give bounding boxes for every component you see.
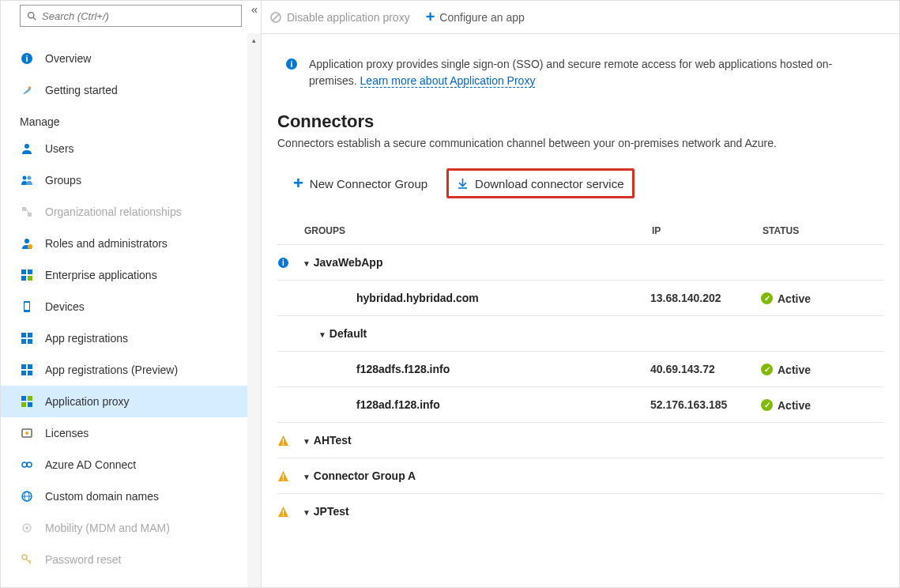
col-groups: GROUPS xyxy=(304,225,652,236)
group-name: JPTest xyxy=(314,505,349,518)
status-badge: ✓Active xyxy=(761,399,811,412)
license-icon xyxy=(20,426,34,440)
sidebar-item-password-reset[interactable]: Password reset xyxy=(1,544,261,575)
sidebar-item-application-proxy[interactable]: Application proxy xyxy=(1,386,261,417)
key-icon xyxy=(20,552,34,567)
host-row[interactable]: f128adfs.f128.info40.69.143.72✓Active xyxy=(277,351,883,386)
svg-text:i: i xyxy=(282,258,284,267)
svg-text:i: i xyxy=(25,54,28,63)
sidebar-item-getting-started[interactable]: Getting started xyxy=(1,74,261,106)
caret-down-icon[interactable]: ▼ xyxy=(303,473,311,481)
nav-label: Overview xyxy=(45,52,91,65)
apps-icon xyxy=(20,268,34,282)
status-cell: ✓Active xyxy=(761,398,883,412)
sidebar-item-app-registrations[interactable]: App registrations xyxy=(1,322,261,354)
disable-proxy-button: Disable application proxy xyxy=(269,11,410,24)
nav-scrollbar[interactable]: ▴ xyxy=(247,33,261,587)
status-label: Active xyxy=(778,399,811,412)
svg-rect-13 xyxy=(21,270,26,274)
sidebar-item-groups[interactable]: Groups xyxy=(1,164,261,196)
caret-down-icon[interactable]: ▼ xyxy=(318,330,326,339)
host-name: hybridad.hybridad.com xyxy=(303,292,479,304)
nav-label: Users xyxy=(45,142,74,155)
group-row[interactable]: i▼ JavaWebApp xyxy=(277,244,883,280)
ip-cell: 52.176.163.185 xyxy=(650,398,761,411)
svg-point-0 xyxy=(28,12,34,17)
status-badge: ✓Active xyxy=(761,292,811,305)
host-row[interactable]: hybridad.hybridad.com13.68.140.202✓Activ… xyxy=(277,280,883,315)
sidebar-item-custom-domains[interactable]: Custom domain names xyxy=(1,481,261,512)
nav-label: Azure AD Connect xyxy=(45,458,136,471)
new-connector-group-button[interactable]: + New Connector Group xyxy=(285,168,435,198)
svg-rect-27 xyxy=(21,396,26,401)
svg-rect-29 xyxy=(21,402,26,407)
group-row[interactable]: !▼ Connector Group A xyxy=(277,458,883,493)
info-text: Application proxy provides single sign-o… xyxy=(309,56,876,89)
collapse-sidebar-icon[interactable]: « xyxy=(251,2,258,16)
svg-rect-16 xyxy=(28,276,32,281)
svg-point-32 xyxy=(25,432,28,435)
sidebar-item-enterprise-apps[interactable]: Enterprise applications xyxy=(1,259,261,291)
info-icon: i xyxy=(20,51,34,66)
nav-label: Getting started xyxy=(45,84,118,96)
domain-icon xyxy=(20,489,34,503)
sidebar-item-users[interactable]: Users xyxy=(1,133,261,164)
group-cell: ▼ Default xyxy=(303,327,650,340)
user-icon xyxy=(20,141,34,156)
mobility-icon xyxy=(20,521,34,535)
caret-down-icon[interactable]: ▼ xyxy=(303,259,311,268)
roles-icon xyxy=(20,236,34,251)
nav-label: App registrations (Preview) xyxy=(45,364,178,376)
toolbar-label: Disable application proxy xyxy=(287,11,410,24)
search-icon xyxy=(27,11,37,21)
svg-point-5 xyxy=(24,144,29,149)
sidebar-item-mobility[interactable]: Mobility (MDM and MAM) xyxy=(1,512,261,544)
svg-rect-18 xyxy=(24,303,29,310)
host-row[interactable]: f128ad.f128.info52.176.163.185✓Active xyxy=(277,386,883,422)
org-icon xyxy=(20,205,34,219)
download-connector-button[interactable]: Download connector service xyxy=(446,168,634,198)
sidebar-item-azure-ad-connect[interactable]: Azure AD Connect xyxy=(1,449,261,481)
svg-point-4 xyxy=(28,87,31,89)
nav-label: Devices xyxy=(45,300,85,313)
svg-text:i: i xyxy=(290,59,292,69)
svg-point-39 xyxy=(25,526,28,530)
content-area: i Application proxy provides single sign… xyxy=(262,34,899,587)
ip-cell: 40.69.143.72 xyxy=(650,363,761,375)
col-status: STATUS xyxy=(763,225,883,236)
learn-more-link[interactable]: Learn more about Application Proxy xyxy=(360,74,536,88)
sidebar-item-licenses[interactable]: Licenses xyxy=(1,417,261,449)
scroll-up-icon[interactable]: ▴ xyxy=(247,33,261,47)
group-name: Default xyxy=(329,327,367,340)
col-ip: IP xyxy=(652,225,763,236)
svg-rect-25 xyxy=(21,371,26,375)
host-cell: f128ad.f128.info xyxy=(303,398,650,411)
group-name: AHTest xyxy=(314,434,352,447)
btn-label: New Connector Group xyxy=(310,177,427,190)
configure-app-button[interactable]: + Configure an app xyxy=(426,8,525,26)
table-header: GROUPS IP STATUS xyxy=(277,217,883,244)
caret-down-icon[interactable]: ▼ xyxy=(303,437,311,446)
svg-rect-23 xyxy=(21,364,26,369)
caret-down-icon[interactable]: ▼ xyxy=(303,508,311,517)
sidebar-item-org-relationships[interactable]: Organizational relationships xyxy=(1,196,261,228)
groups-icon xyxy=(20,173,34,187)
sidebar-item-overview[interactable]: i Overview xyxy=(1,43,261,74)
search-input[interactable] xyxy=(42,10,235,22)
ip-cell: 13.68.140.202 xyxy=(650,292,761,304)
proxy-icon xyxy=(20,394,34,409)
plus-icon: + xyxy=(293,173,303,194)
svg-rect-26 xyxy=(28,371,32,375)
status-label: Active xyxy=(778,364,811,376)
nav-label: Licenses xyxy=(45,427,88,439)
group-row[interactable]: !▼ AHTest xyxy=(277,422,883,458)
sidebar-item-devices[interactable]: Devices xyxy=(1,291,261,322)
sidebar-item-roles[interactable]: Roles and administrators xyxy=(1,228,261,259)
sidebar-item-app-registrations-preview[interactable]: App registrations (Preview) xyxy=(1,354,261,386)
group-row[interactable]: ▼ Default xyxy=(277,315,883,351)
svg-rect-21 xyxy=(21,339,26,344)
group-row[interactable]: !▼ JPTest xyxy=(277,493,883,529)
connectors-subtitle: Connectors establish a secure communicat… xyxy=(277,137,883,149)
search-box[interactable] xyxy=(20,5,242,27)
row-icon: ! xyxy=(277,470,303,482)
